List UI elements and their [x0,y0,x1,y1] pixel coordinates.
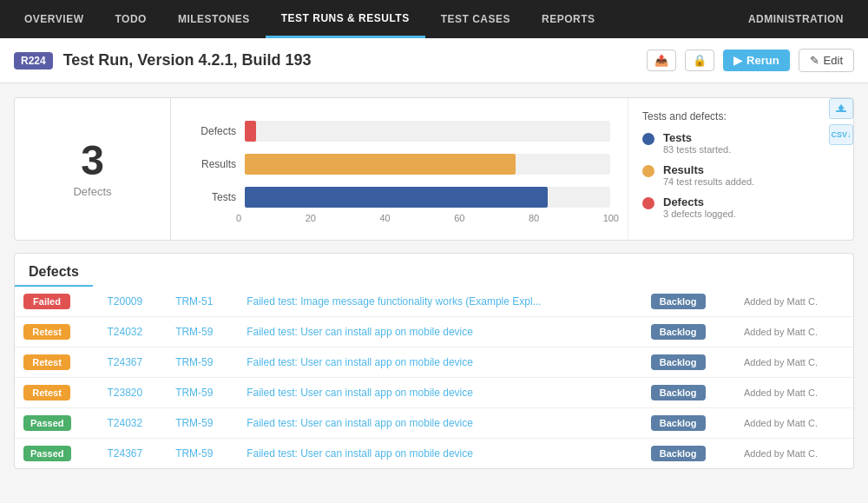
header-actions: 📤 🔒 ▶ Rerun ✎ Edit [647,49,854,72]
test-id-link[interactable]: T24032 [108,417,143,429]
section-title-row: Defects [15,254,853,287]
tag-cell: Backlog [642,408,735,439]
legend-name: Results [663,163,754,176]
test-id-link[interactable]: T20009 [108,295,143,308]
status-badge: Failed [23,294,70,309]
test-id-link[interactable]: T24032 [108,326,143,338]
rerun-button[interactable]: ▶ Rerun [723,50,790,71]
bar-label: Tests [188,191,236,203]
status-cell: Retest [15,378,99,408]
bar-row: Defects [188,121,610,142]
id1-cell: T24367 [99,347,168,378]
bar-fill [245,121,256,142]
added-by: Added by Matt C. [744,296,818,307]
nav-item-overview[interactable]: OVERVIEW [9,0,99,38]
bar-track [245,187,610,208]
tag-badge: Backlog [651,446,706,461]
bar-label: Defects [188,125,236,137]
run-link[interactable]: TRM-59 [175,417,213,429]
nav-item-admin[interactable]: ADMINISTRATION [733,0,859,38]
desc-cell: Failed test: User can install app on mob… [238,317,642,347]
legend-sub: 3 defects logged. [663,208,736,219]
run-link[interactable]: TRM-59 [175,387,213,399]
edit-icon: ✎ [810,54,819,67]
download-csv-button[interactable]: CSV↓ [829,124,853,145]
test-id-link[interactable]: T23820 [108,387,143,399]
bar-row: Results [188,154,610,175]
table-row: Retest T23820 TRM-59 Failed test: User c… [15,378,853,408]
status-cell: Passed [15,439,99,469]
download-png-button[interactable] [829,98,853,119]
desc-link[interactable]: Failed test: User can install app on mob… [247,447,473,460]
added-by: Added by Matt C. [744,448,818,459]
defects-section: Defects Failed T20009 TRM-51 Failed test… [14,253,854,469]
tag-cell: Backlog [642,439,735,469]
page-title: Test Run, Version 4.2.1, Build 193 [63,51,312,69]
bar-label: Results [188,158,236,170]
bar-chart-area: Defects Results Tests 020406080100 [171,98,628,240]
nav-item-todo[interactable]: TODO [99,0,161,38]
export-button[interactable]: 📤 [647,50,676,71]
added-cell: Added by Matt C. [735,287,853,317]
axis-label: 20 [306,213,316,223]
desc-link[interactable]: Failed test: Image message functionality… [247,295,541,308]
bar-row: Tests [188,187,610,208]
added-by: Added by Matt C. [744,418,818,428]
table-row: Failed T20009 TRM-51 Failed test: Image … [15,287,853,317]
main-content: 3 Defects Defects Results Tests 02040608… [0,83,868,483]
legend-action-icons: CSV↓ [829,98,853,145]
test-id-link[interactable]: T24367 [108,356,143,368]
defects-table: Failed T20009 TRM-51 Failed test: Image … [15,287,853,468]
table-row: Retest T24367 TRM-59 Failed test: User c… [15,347,853,378]
id2-cell: TRM-59 [167,347,238,378]
run-link[interactable]: TRM-59 [175,447,213,460]
run-link[interactable]: TRM-59 [175,326,213,338]
desc-link[interactable]: Failed test: User can install app on mob… [247,356,473,368]
status-badge: Retest [23,385,70,400]
nav-item-test-runs[interactable]: TEST RUNS & RESULTS [266,0,425,38]
run-link[interactable]: TRM-51 [175,295,213,308]
tag-badge: Backlog [651,324,706,340]
desc-cell: Failed test: User can install app on mob… [238,347,642,378]
added-cell: Added by Matt C. [735,408,853,439]
desc-link[interactable]: Failed test: User can install app on mob… [247,326,473,338]
legend-dot [642,133,654,145]
id2-cell: TRM-59 [167,378,238,408]
bar-fill [245,187,548,208]
desc-cell: Failed test: User can install app on mob… [238,378,642,408]
export-icon: 📤 [654,54,668,67]
status-cell: Retest [15,347,99,378]
defects-summary: 3 Defects [15,98,171,240]
id2-cell: TRM-51 [167,287,238,317]
added-cell: Added by Matt C. [735,378,853,408]
tag-cell: Backlog [642,287,735,317]
legend-text: Defects 3 defects logged. [663,195,736,219]
bar-track [245,154,610,175]
lock-button[interactable]: 🔒 [685,50,714,71]
nav-item-reports[interactable]: REPORTS [526,0,611,38]
status-cell: Failed [15,287,99,317]
legend-dot [642,197,654,209]
desc-cell: Failed test: Image message functionality… [238,287,642,317]
run-link[interactable]: TRM-59 [175,356,213,368]
desc-link[interactable]: Failed test: User can install app on mob… [247,387,473,399]
tag-badge: Backlog [651,354,706,370]
edit-button[interactable]: ✎ Edit [799,49,854,72]
status-badge: Passed [23,446,71,461]
top-navigation: OVERVIEW TODO MILESTONES TEST RUNS & RES… [0,0,868,38]
nav-item-test-cases[interactable]: TEST CASES [425,0,526,38]
nav-item-milestones[interactable]: MILESTONES [162,0,266,38]
id1-cell: T23820 [99,378,168,408]
test-id-link[interactable]: T24367 [108,447,143,460]
tag-badge: Backlog [651,415,706,431]
tag-cell: Backlog [642,378,735,408]
status-cell: Retest [15,317,99,347]
id2-cell: TRM-59 [167,408,238,439]
status-badge: Retest [23,324,70,340]
svg-marker-1 [838,104,845,110]
desc-link[interactable]: Failed test: User can install app on mob… [247,417,473,429]
legend-item: Results 74 test results added. [642,163,839,187]
added-by: Added by Matt C. [744,357,818,367]
added-cell: Added by Matt C. [735,439,853,469]
id1-cell: T24032 [99,317,168,347]
